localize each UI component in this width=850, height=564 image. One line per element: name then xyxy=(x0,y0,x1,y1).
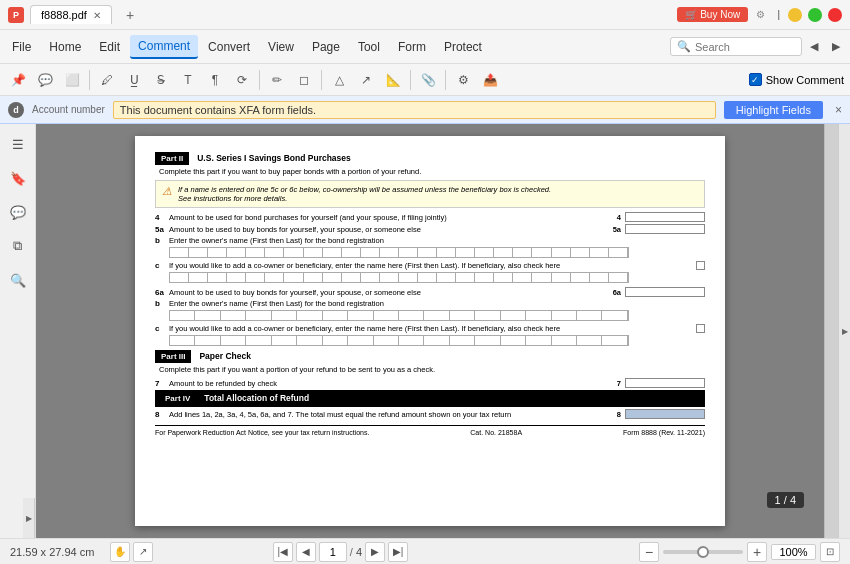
dimensions-display: 21.59 x 27.94 cm xyxy=(10,546,94,558)
erase-tool[interactable]: ◻ xyxy=(292,68,316,92)
line6c-grid[interactable] xyxy=(155,335,705,346)
show-comment-toggle[interactable]: ✓ Show Comment xyxy=(749,73,844,86)
zoom-input[interactable] xyxy=(771,544,816,560)
menu-edit[interactable]: Edit xyxy=(91,36,128,58)
new-tab-btn[interactable]: + xyxy=(118,4,142,26)
menu-home[interactable]: Home xyxy=(41,36,89,58)
search-input[interactable] xyxy=(695,41,795,53)
menu-file[interactable]: File xyxy=(4,36,39,58)
line5c-row: c If you would like to add a co-owner or… xyxy=(155,261,705,270)
strikethrough-tool[interactable]: S̶ xyxy=(149,68,173,92)
line6c-text: If you would like to add a co-owner or b… xyxy=(169,324,692,333)
line8-label: 8 xyxy=(601,410,621,419)
zoom-in-btn[interactable]: + xyxy=(747,542,767,562)
line5a-input[interactable] xyxy=(625,224,705,234)
panel-bookmarks[interactable]: 🔖 xyxy=(4,164,32,192)
scrollbar[interactable] xyxy=(824,124,838,538)
last-page-btn[interactable]: ▶| xyxy=(388,542,408,562)
replace-text-tool[interactable]: ⟳ xyxy=(230,68,254,92)
xfa-d-icon: d xyxy=(8,102,24,118)
page-separator: / xyxy=(350,546,353,558)
underline-tool[interactable]: U̲ xyxy=(122,68,146,92)
manage-tool[interactable]: ⚙ xyxy=(451,68,475,92)
line6b-input[interactable] xyxy=(169,310,629,321)
line6c-num: c xyxy=(155,324,165,333)
sticky-note-tool[interactable]: 📌 xyxy=(6,68,30,92)
next-page-btn[interactable]: ▶ xyxy=(365,542,385,562)
show-comment-checkbox[interactable]: ✓ xyxy=(749,73,762,86)
select-tool[interactable]: ↗ xyxy=(133,542,153,562)
title-bar: P f8888.pdf ✕ + 🛒 Buy Now ⚙ | xyxy=(0,0,850,30)
zoom-out-btn[interactable]: − xyxy=(639,542,659,562)
line7-input[interactable] xyxy=(625,378,705,388)
xfa-account-label: Account number xyxy=(32,104,105,115)
left-panel: ☰ 🔖 💬 ⧉ 🔍 ▶ xyxy=(0,124,36,538)
line8-input[interactable] xyxy=(625,409,705,419)
shapes-tool[interactable]: △ xyxy=(327,68,351,92)
menu-bar: File Home Edit Comment Convert View Page… xyxy=(0,30,850,64)
file-tab[interactable]: f8888.pdf ✕ xyxy=(30,5,112,24)
first-page-btn[interactable]: |◀ xyxy=(273,542,293,562)
zoom-slider[interactable] xyxy=(663,550,743,554)
prev-page-btn[interactable]: ◀ xyxy=(296,542,316,562)
nav-back-btn[interactable]: ◀ xyxy=(804,36,824,57)
panel-thumbnails[interactable]: ☰ xyxy=(4,130,32,158)
menu-comment[interactable]: Comment xyxy=(130,35,198,59)
search-box[interactable]: 🔍 xyxy=(670,37,802,56)
xfa-close-btn[interactable]: × xyxy=(835,103,842,117)
panel-layers[interactable]: ⧉ xyxy=(4,232,32,260)
nav-forward-btn[interactable]: ▶ xyxy=(826,36,846,57)
line5c-grid[interactable] xyxy=(155,272,705,283)
highlight-fields-btn[interactable]: Highlight Fields xyxy=(724,101,823,119)
fit-page-btn[interactable]: ⊡ xyxy=(820,542,840,562)
stamp-tool[interactable]: ⬜ xyxy=(60,68,84,92)
tab-close-btn[interactable]: ✕ xyxy=(93,10,101,21)
menu-protect[interactable]: Protect xyxy=(436,36,490,58)
arrow-tool[interactable]: ↗ xyxy=(354,68,378,92)
text-markup-tool[interactable]: T xyxy=(176,68,200,92)
line6a-input[interactable] xyxy=(625,287,705,297)
close-btn[interactable] xyxy=(828,8,842,22)
line5c-checkbox[interactable] xyxy=(696,261,705,270)
draw-tool[interactable]: ✏ xyxy=(265,68,289,92)
line6c-input[interactable] xyxy=(169,335,629,346)
panel-expand-arrow[interactable]: ▶ xyxy=(23,498,35,538)
toolbar-sep-3 xyxy=(321,70,322,90)
hand-tool[interactable]: ✋ xyxy=(110,542,130,562)
insert-text-tool[interactable]: ¶ xyxy=(203,68,227,92)
cart-icon: 🛒 xyxy=(685,9,697,20)
line5b-grid[interactable] xyxy=(155,247,705,258)
menu-view[interactable]: View xyxy=(260,36,302,58)
right-expand-arrow[interactable]: ▶ xyxy=(838,124,850,538)
line6c-checkbox[interactable] xyxy=(696,324,705,333)
line6b-grid[interactable] xyxy=(155,310,705,321)
line4-row: 4 Amount to be used for bond purchases f… xyxy=(155,212,705,222)
line5c-input[interactable] xyxy=(169,272,629,283)
menu-page[interactable]: Page xyxy=(304,36,348,58)
attachment-tool[interactable]: 📎 xyxy=(416,68,440,92)
menu-convert[interactable]: Convert xyxy=(200,36,258,58)
line5b-input[interactable] xyxy=(169,247,629,258)
part3-title: Paper Check xyxy=(199,351,251,361)
line4-text: Amount to be used for bond purchases for… xyxy=(169,213,597,222)
measure-tool[interactable]: 📐 xyxy=(381,68,405,92)
highlight-tool[interactable]: 🖊 xyxy=(95,68,119,92)
menu-form[interactable]: Form xyxy=(390,36,434,58)
bottom-bar: 21.59 x 27.94 cm ✋ ↗ |◀ ◀ / 4 ▶ ▶| − + ⊡ xyxy=(0,538,850,564)
export-tool[interactable]: 📤 xyxy=(478,68,502,92)
line6b-num: b xyxy=(155,299,165,308)
maximize-btn[interactable] xyxy=(808,8,822,22)
panel-comments[interactable]: 💬 xyxy=(4,198,32,226)
minimize-btn[interactable] xyxy=(788,8,802,22)
menu-tool[interactable]: Tool xyxy=(350,36,388,58)
line5b-num: b xyxy=(155,236,165,245)
buy-now-btn[interactable]: 🛒 Buy Now xyxy=(677,7,748,22)
line4-input[interactable] xyxy=(625,212,705,222)
xfa-notification-bar: d Account number This document contains … xyxy=(0,96,850,124)
panel-search[interactable]: 🔍 xyxy=(4,266,32,294)
page-input[interactable] xyxy=(319,542,347,562)
part2-title: U.S. Series I Savings Bond Purchases xyxy=(197,153,351,163)
zoom-thumb[interactable] xyxy=(697,546,709,558)
line6b-row: b Enter the owner's name (First then Las… xyxy=(155,299,705,308)
text-callout-tool[interactable]: 💬 xyxy=(33,68,57,92)
